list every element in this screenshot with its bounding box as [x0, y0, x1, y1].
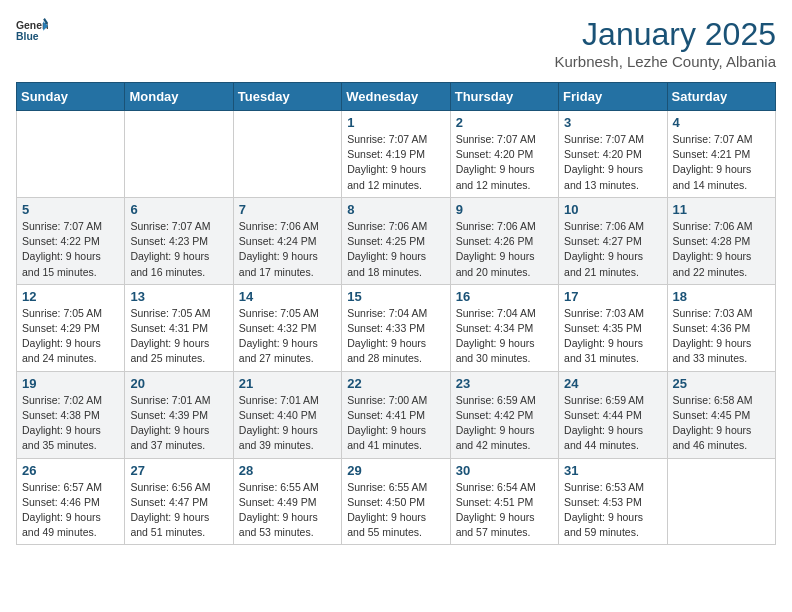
- svg-text:Blue: Blue: [16, 31, 39, 42]
- page-header: General Blue January 2025 Kurbnesh, Lezh…: [16, 16, 776, 70]
- cell-day-number: 25: [673, 376, 770, 391]
- cell-day-number: 5: [22, 202, 119, 217]
- cell-info: Sunrise: 7:07 AM Sunset: 4:23 PM Dayligh…: [130, 219, 227, 280]
- cell-day-number: 20: [130, 376, 227, 391]
- cell-info: Sunrise: 7:06 AM Sunset: 4:26 PM Dayligh…: [456, 219, 553, 280]
- cell-info: Sunrise: 7:05 AM Sunset: 4:31 PM Dayligh…: [130, 306, 227, 367]
- calendar-title: January 2025: [554, 16, 776, 53]
- calendar-cell: [667, 458, 775, 545]
- cell-info: Sunrise: 7:06 AM Sunset: 4:25 PM Dayligh…: [347, 219, 444, 280]
- title-block: January 2025 Kurbnesh, Lezhe County, Alb…: [554, 16, 776, 70]
- calendar-cell: 24Sunrise: 6:59 AM Sunset: 4:44 PM Dayli…: [559, 371, 667, 458]
- cell-info: Sunrise: 7:06 AM Sunset: 4:24 PM Dayligh…: [239, 219, 336, 280]
- calendar-cell: 9Sunrise: 7:06 AM Sunset: 4:26 PM Daylig…: [450, 197, 558, 284]
- cell-info: Sunrise: 6:54 AM Sunset: 4:51 PM Dayligh…: [456, 480, 553, 541]
- calendar-cell: 18Sunrise: 7:03 AM Sunset: 4:36 PM Dayli…: [667, 284, 775, 371]
- calendar-subtitle: Kurbnesh, Lezhe County, Albania: [554, 53, 776, 70]
- cell-info: Sunrise: 7:06 AM Sunset: 4:27 PM Dayligh…: [564, 219, 661, 280]
- calendar-cell: 1Sunrise: 7:07 AM Sunset: 4:19 PM Daylig…: [342, 111, 450, 198]
- calendar-cell: 21Sunrise: 7:01 AM Sunset: 4:40 PM Dayli…: [233, 371, 341, 458]
- calendar-cell: 26Sunrise: 6:57 AM Sunset: 4:46 PM Dayli…: [17, 458, 125, 545]
- calendar-cell: 6Sunrise: 7:07 AM Sunset: 4:23 PM Daylig…: [125, 197, 233, 284]
- calendar-cell: 28Sunrise: 6:55 AM Sunset: 4:49 PM Dayli…: [233, 458, 341, 545]
- cell-day-number: 30: [456, 463, 553, 478]
- cell-day-number: 4: [673, 115, 770, 130]
- cell-info: Sunrise: 6:56 AM Sunset: 4:47 PM Dayligh…: [130, 480, 227, 541]
- cell-info: Sunrise: 6:55 AM Sunset: 4:49 PM Dayligh…: [239, 480, 336, 541]
- cell-info: Sunrise: 7:01 AM Sunset: 4:40 PM Dayligh…: [239, 393, 336, 454]
- cell-day-number: 11: [673, 202, 770, 217]
- calendar-cell: 13Sunrise: 7:05 AM Sunset: 4:31 PM Dayli…: [125, 284, 233, 371]
- calendar-cell: 12Sunrise: 7:05 AM Sunset: 4:29 PM Dayli…: [17, 284, 125, 371]
- cell-day-number: 17: [564, 289, 661, 304]
- cell-day-number: 28: [239, 463, 336, 478]
- calendar-week-3: 12Sunrise: 7:05 AM Sunset: 4:29 PM Dayli…: [17, 284, 776, 371]
- weekday-header-friday: Friday: [559, 83, 667, 111]
- cell-day-number: 9: [456, 202, 553, 217]
- calendar-cell: 4Sunrise: 7:07 AM Sunset: 4:21 PM Daylig…: [667, 111, 775, 198]
- cell-day-number: 19: [22, 376, 119, 391]
- calendar-cell: 14Sunrise: 7:05 AM Sunset: 4:32 PM Dayli…: [233, 284, 341, 371]
- calendar-cell: 2Sunrise: 7:07 AM Sunset: 4:20 PM Daylig…: [450, 111, 558, 198]
- calendar-cell: 7Sunrise: 7:06 AM Sunset: 4:24 PM Daylig…: [233, 197, 341, 284]
- cell-info: Sunrise: 7:05 AM Sunset: 4:29 PM Dayligh…: [22, 306, 119, 367]
- cell-info: Sunrise: 6:57 AM Sunset: 4:46 PM Dayligh…: [22, 480, 119, 541]
- calendar-cell: 17Sunrise: 7:03 AM Sunset: 4:35 PM Dayli…: [559, 284, 667, 371]
- calendar-week-1: 1Sunrise: 7:07 AM Sunset: 4:19 PM Daylig…: [17, 111, 776, 198]
- calendar-week-4: 19Sunrise: 7:02 AM Sunset: 4:38 PM Dayli…: [17, 371, 776, 458]
- cell-day-number: 18: [673, 289, 770, 304]
- weekday-header-wednesday: Wednesday: [342, 83, 450, 111]
- calendar-cell: 30Sunrise: 6:54 AM Sunset: 4:51 PM Dayli…: [450, 458, 558, 545]
- weekday-header-monday: Monday: [125, 83, 233, 111]
- calendar-cell: 19Sunrise: 7:02 AM Sunset: 4:38 PM Dayli…: [17, 371, 125, 458]
- cell-day-number: 16: [456, 289, 553, 304]
- cell-day-number: 12: [22, 289, 119, 304]
- weekday-header-thursday: Thursday: [450, 83, 558, 111]
- calendar-cell: 11Sunrise: 7:06 AM Sunset: 4:28 PM Dayli…: [667, 197, 775, 284]
- cell-info: Sunrise: 6:55 AM Sunset: 4:50 PM Dayligh…: [347, 480, 444, 541]
- cell-info: Sunrise: 7:03 AM Sunset: 4:35 PM Dayligh…: [564, 306, 661, 367]
- cell-day-number: 14: [239, 289, 336, 304]
- cell-day-number: 6: [130, 202, 227, 217]
- calendar-cell: 22Sunrise: 7:00 AM Sunset: 4:41 PM Dayli…: [342, 371, 450, 458]
- calendar-cell: 25Sunrise: 6:58 AM Sunset: 4:45 PM Dayli…: [667, 371, 775, 458]
- cell-day-number: 10: [564, 202, 661, 217]
- cell-info: Sunrise: 7:05 AM Sunset: 4:32 PM Dayligh…: [239, 306, 336, 367]
- cell-info: Sunrise: 6:53 AM Sunset: 4:53 PM Dayligh…: [564, 480, 661, 541]
- weekday-header-saturday: Saturday: [667, 83, 775, 111]
- calendar-cell: [233, 111, 341, 198]
- calendar-cell: 23Sunrise: 6:59 AM Sunset: 4:42 PM Dayli…: [450, 371, 558, 458]
- cell-info: Sunrise: 6:59 AM Sunset: 4:44 PM Dayligh…: [564, 393, 661, 454]
- calendar-cell: [125, 111, 233, 198]
- cell-day-number: 21: [239, 376, 336, 391]
- cell-day-number: 27: [130, 463, 227, 478]
- cell-info: Sunrise: 7:01 AM Sunset: 4:39 PM Dayligh…: [130, 393, 227, 454]
- calendar-cell: 20Sunrise: 7:01 AM Sunset: 4:39 PM Dayli…: [125, 371, 233, 458]
- cell-info: Sunrise: 7:03 AM Sunset: 4:36 PM Dayligh…: [673, 306, 770, 367]
- cell-info: Sunrise: 7:00 AM Sunset: 4:41 PM Dayligh…: [347, 393, 444, 454]
- cell-info: Sunrise: 6:58 AM Sunset: 4:45 PM Dayligh…: [673, 393, 770, 454]
- cell-info: Sunrise: 6:59 AM Sunset: 4:42 PM Dayligh…: [456, 393, 553, 454]
- cell-day-number: 23: [456, 376, 553, 391]
- cell-info: Sunrise: 7:04 AM Sunset: 4:34 PM Dayligh…: [456, 306, 553, 367]
- cell-day-number: 8: [347, 202, 444, 217]
- cell-day-number: 15: [347, 289, 444, 304]
- cell-info: Sunrise: 7:07 AM Sunset: 4:20 PM Dayligh…: [564, 132, 661, 193]
- cell-day-number: 3: [564, 115, 661, 130]
- calendar-cell: 5Sunrise: 7:07 AM Sunset: 4:22 PM Daylig…: [17, 197, 125, 284]
- cell-day-number: 13: [130, 289, 227, 304]
- cell-info: Sunrise: 7:04 AM Sunset: 4:33 PM Dayligh…: [347, 306, 444, 367]
- cell-info: Sunrise: 7:07 AM Sunset: 4:20 PM Dayligh…: [456, 132, 553, 193]
- cell-info: Sunrise: 7:02 AM Sunset: 4:38 PM Dayligh…: [22, 393, 119, 454]
- cell-day-number: 2: [456, 115, 553, 130]
- logo-icon: General Blue: [16, 16, 48, 44]
- calendar-cell: 31Sunrise: 6:53 AM Sunset: 4:53 PM Dayli…: [559, 458, 667, 545]
- calendar-cell: 8Sunrise: 7:06 AM Sunset: 4:25 PM Daylig…: [342, 197, 450, 284]
- cell-day-number: 22: [347, 376, 444, 391]
- cell-info: Sunrise: 7:07 AM Sunset: 4:22 PM Dayligh…: [22, 219, 119, 280]
- logo: General Blue: [16, 16, 48, 44]
- calendar-cell: 29Sunrise: 6:55 AM Sunset: 4:50 PM Dayli…: [342, 458, 450, 545]
- calendar-week-5: 26Sunrise: 6:57 AM Sunset: 4:46 PM Dayli…: [17, 458, 776, 545]
- cell-day-number: 7: [239, 202, 336, 217]
- cell-info: Sunrise: 7:07 AM Sunset: 4:19 PM Dayligh…: [347, 132, 444, 193]
